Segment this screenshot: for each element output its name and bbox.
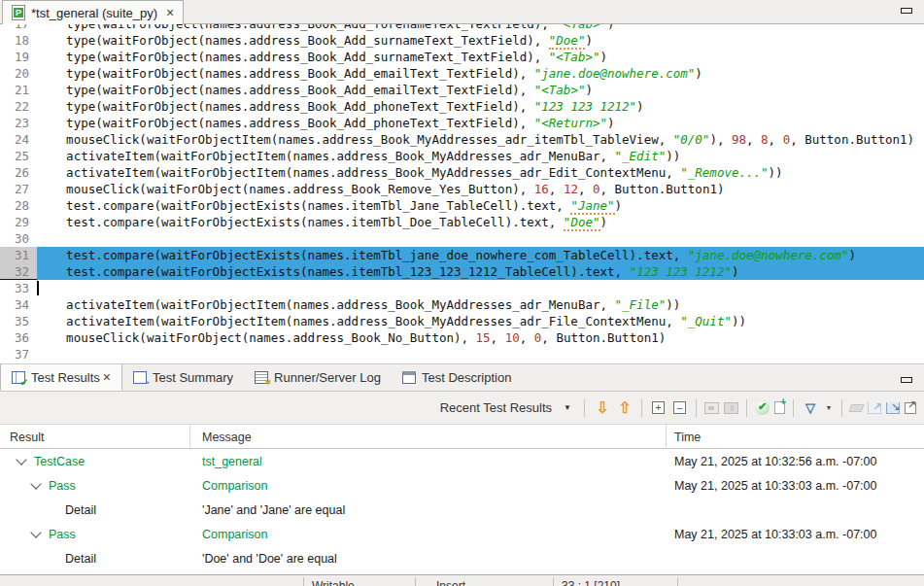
code-line[interactable]: 35 activateItem(waitForObjectItem(names.…: [0, 313, 924, 329]
tab-label: Test Results: [31, 370, 100, 385]
test-description-icon: [402, 371, 416, 384]
code-text: type(waitForObject(names.address_Book_Ad…: [37, 82, 924, 98]
results-toolbar: Recent Test Results ▼: [0, 392, 924, 425]
tab-test-summary[interactable]: Test Summary: [122, 364, 244, 391]
code-line[interactable]: 36 mouseClick(waitForObject(names.addres…: [0, 329, 924, 346]
line-number[interactable]: 27: [0, 181, 37, 197]
screenshot-icon[interactable]: [704, 402, 719, 414]
collapse-all-icon[interactable]: [673, 401, 686, 414]
line-number[interactable]: 32: [0, 263, 37, 280]
code-line[interactable]: 23 type(waitForObject(names.address_Book…: [0, 115, 924, 131]
expand-all-icon[interactable]: [652, 401, 665, 414]
results-rows: TestCasetst_generalMay 21, 2025 at 10:32…: [0, 449, 924, 570]
panel-tabbar: Test Results×Test SummaryRunner/Server L…: [0, 363, 924, 392]
line-number[interactable]: 22: [0, 98, 37, 115]
code-line[interactable]: 25 activateItem(waitForObjectItem(names.…: [0, 148, 924, 164]
table-row[interactable]: TestCasetst_generalMay 21, 2025 at 10:32…: [0, 449, 924, 473]
line-number[interactable]: 23: [0, 115, 37, 131]
table-row[interactable]: PassComparisonMay 21, 2025 at 10:33:03 a…: [0, 473, 924, 498]
line-number[interactable]: 18: [0, 32, 37, 49]
result-cell: Pass: [0, 528, 190, 541]
result-down-icon[interactable]: [594, 399, 611, 417]
line-number[interactable]: 26: [0, 164, 37, 181]
filter-dropdown-icon[interactable]: [824, 399, 834, 417]
time-cell: May 21, 2025 at 10:33:03 a.m. -07:00: [667, 528, 924, 541]
code-line[interactable]: 33: [0, 280, 924, 296]
line-number[interactable]: 36: [0, 329, 37, 346]
code-line[interactable]: 24 mouseClick(waitForObjectItem(names.ad…: [0, 131, 924, 148]
code-text: mouseClick(waitForObjectItem(names.addre…: [37, 131, 924, 148]
tab-runner-server-log[interactable]: Runner/Server Log: [244, 364, 392, 391]
recent-test-results-label: Recent Test Results: [440, 400, 552, 415]
column-header-time[interactable]: Time: [667, 425, 924, 449]
code-line[interactable]: 18 type(waitForObject(names.address_Book…: [0, 32, 924, 49]
result-cell: Detail: [0, 552, 190, 566]
code-line[interactable]: 27 mouseClick(waitForObject(names.addres…: [0, 181, 924, 197]
export-down-icon[interactable]: [886, 402, 900, 414]
statusbar-divider: [677, 577, 678, 586]
line-number[interactable]: 28: [0, 197, 37, 214]
toolbar-separator: [746, 399, 747, 417]
eraser-icon[interactable]: [849, 404, 865, 412]
open-external-icon[interactable]: [905, 402, 916, 414]
chevron-down-icon[interactable]: [30, 528, 41, 538]
tab-test-results[interactable]: Test Results×: [0, 364, 122, 391]
minimize-icon[interactable]: [901, 8, 912, 14]
table-row[interactable]: Detail'Jane' and 'Jane' are equal: [0, 498, 924, 522]
panel-minimize-icon[interactable]: [901, 377, 912, 383]
export-up-icon[interactable]: [868, 402, 881, 414]
line-number[interactable]: 34: [0, 296, 37, 313]
chevron-down-icon[interactable]: [16, 455, 26, 465]
code-line[interactable]: 26 activateItem(waitForObjectItem(names.…: [0, 164, 924, 181]
code-text: activateItem(waitForObjectItem(names.add…: [37, 164, 924, 181]
code-line[interactable]: 31 test.compare(waitForObjectExists(name…: [0, 247, 924, 263]
result-label: TestCase: [34, 455, 85, 468]
code-line[interactable]: 17 type(waitForObject(names.address_Book…: [0, 24, 924, 32]
result-up-icon[interactable]: [616, 399, 633, 417]
time-cell: May 21, 2025 at 10:33:03 a.m. -07:00: [667, 479, 924, 493]
tab-test-description[interactable]: Test Description: [392, 364, 522, 391]
table-row[interactable]: Detail'Doe' and 'Doe' are equal: [0, 546, 924, 570]
statusbar-divider: [303, 577, 304, 586]
code-line[interactable]: 37: [0, 346, 924, 362]
close-icon[interactable]: ×: [166, 6, 174, 19]
column-header-message[interactable]: Message: [190, 425, 667, 449]
code-line[interactable]: 30: [0, 230, 924, 247]
column-header-result[interactable]: Result: [0, 425, 190, 449]
new-report-icon[interactable]: [774, 401, 785, 414]
table-row[interactable]: PassComparisonMay 21, 2025 at 10:33:03 a…: [0, 522, 924, 546]
filter-icon[interactable]: [802, 399, 819, 417]
line-number[interactable]: 24: [0, 131, 37, 148]
editor-tab-tst-general[interactable]: *tst_general (suite_py) ×: [2, 0, 184, 24]
code-line[interactable]: 34 activateItem(waitForObjectItem(names.…: [0, 296, 924, 313]
line-number[interactable]: 21: [0, 82, 37, 98]
line-number[interactable]: 33: [0, 280, 37, 296]
line-number[interactable]: 35: [0, 313, 37, 329]
code-line[interactable]: 28 test.compare(waitForObjectExists(name…: [0, 197, 924, 214]
code-text: [37, 230, 924, 247]
code-line[interactable]: 32 test.compare(waitForObjectExists(name…: [0, 263, 924, 280]
code-line[interactable]: 29 test.compare(waitForObjectExists(name…: [0, 214, 924, 230]
verify-icon[interactable]: [755, 400, 770, 415]
line-number[interactable]: 25: [0, 148, 37, 164]
code-editor[interactable]: 17 type(waitForObject(names.address_Book…: [0, 24, 924, 363]
code-line[interactable]: 21 type(waitForObject(names.address_Book…: [0, 82, 924, 98]
chevron-down-icon[interactable]: [30, 479, 41, 490]
line-number[interactable]: 17: [0, 24, 37, 32]
message-cell: 'Doe' and 'Doe' are equal: [190, 552, 667, 566]
code-line[interactable]: 19 type(waitForObject(names.address_Book…: [0, 49, 924, 65]
recent-test-results-dropdown[interactable]: Recent Test Results ▼: [440, 400, 571, 415]
line-number[interactable]: 37: [0, 346, 37, 362]
status-33-1-210: 33 : 1 [210]: [562, 579, 620, 586]
close-icon[interactable]: ×: [103, 370, 111, 384]
line-number[interactable]: 29: [0, 214, 37, 230]
video-capture-icon[interactable]: [724, 402, 738, 414]
status-insert: Insert: [436, 579, 465, 586]
result-cell: Pass: [0, 479, 190, 493]
line-number[interactable]: 20: [0, 65, 37, 82]
code-line[interactable]: 20 type(waitForObject(names.address_Book…: [0, 65, 924, 82]
line-number[interactable]: 31: [0, 247, 37, 263]
code-line[interactable]: 22 type(waitForObject(names.address_Book…: [0, 98, 924, 115]
line-number[interactable]: 30: [0, 230, 37, 247]
line-number[interactable]: 19: [0, 49, 37, 65]
